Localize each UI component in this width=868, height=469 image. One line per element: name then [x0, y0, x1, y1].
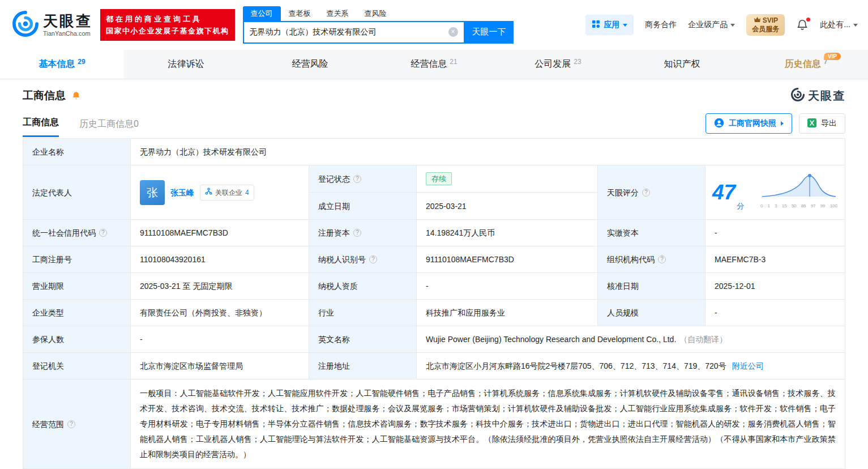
search-tab-risk[interactable]: 查风险 — [357, 6, 395, 21]
user-name: 此处有... — [820, 20, 850, 30]
chevron-right-icon — [781, 121, 784, 126]
apps-grid-icon — [592, 20, 600, 30]
tab-company-development[interactable]: 公司发展23 — [496, 50, 620, 79]
header-nav: 应用 商务合作 企业级产品 SVIP 会员服务 此处有... — [585, 14, 858, 36]
table-row-company-type: 企业类型 有限责任公司（外商投资、非独资） 行业 科技推广和应用服务业 人员规模… — [23, 300, 845, 326]
nearby-companies-link[interactable]: 附近公司 — [732, 360, 764, 372]
search-input[interactable] — [250, 28, 448, 37]
field-label-address: 注册地址 — [309, 353, 417, 379]
user-account-menu[interactable]: 此处有... — [820, 20, 858, 30]
field-label-reg-no: 工商注册号 — [23, 246, 131, 272]
table-row-credit-code: 统一社会信用代码 91110108MAEFMC7B3D 注册资本 14.1982… — [23, 220, 845, 246]
field-label-business-term: 营业期限 — [23, 273, 131, 299]
section-title: 工商信息 — [23, 88, 66, 103]
field-label-insured-num: 参保人数 — [23, 326, 131, 352]
svip-title: SVIP — [763, 16, 778, 25]
tab-basic-info[interactable]: 基本信息29 — [0, 50, 124, 79]
search-area: 查公司 查老板 查关系 查风险 天眼一下 — [243, 7, 514, 44]
company-name-value: 无界动力（北京）技术研发有限公司 — [131, 139, 845, 165]
search-tab-relation[interactable]: 查关系 — [319, 6, 357, 21]
insured-num-value: - — [131, 326, 309, 352]
excel-icon — [807, 118, 816, 129]
slogan-line1: 都在用的商业查询工具 — [106, 13, 229, 25]
vip-badge: VIP — [824, 53, 841, 60]
tab-operating-risk[interactable]: 经营风险 — [248, 50, 372, 79]
subtab-business-info[interactable]: 工商信息 — [23, 117, 59, 137]
reg-no-value: 110108043920161 — [131, 246, 309, 272]
field-label-legal-rep: 法定代表人 — [23, 165, 131, 219]
field-label-score: 天眼评分 — [598, 165, 705, 219]
export-button[interactable]: 导出 — [799, 113, 845, 134]
logo-en-text: TianYanCha.com — [43, 30, 92, 37]
apps-label: 应用 — [604, 20, 619, 30]
field-label-taxpayer-quality: 纳税人资质 — [309, 273, 417, 299]
table-row-establish-date: 成立日期 2025-03-21 — [309, 193, 598, 219]
score-distribution-chart: 0131550859799100 — [760, 173, 838, 212]
tab-legal-proceedings[interactable]: 法律诉讼 — [124, 50, 248, 79]
company-type-value: 有限责任公司（外商投资、非独资） — [131, 300, 309, 326]
help-icon[interactable] — [658, 255, 666, 263]
field-label-reg-authority: 登记机关 — [23, 353, 131, 379]
approve-date-value: 2025-12-01 — [705, 273, 845, 299]
search-button[interactable]: 天眼一下 — [465, 21, 514, 44]
company-section-tabs: 基本信息29 法律诉讼 经营风险 经营信息21 公司发展23 知识产权 历史信息… — [0, 50, 868, 79]
tab-history-info[interactable]: 历史信息7 VIP — [744, 50, 868, 79]
score-number: 47 — [712, 182, 736, 203]
search-tab-company[interactable]: 查公司 — [243, 6, 281, 21]
related-companies-tag[interactable]: 关联企业 4 — [200, 185, 254, 201]
table-row-reg-status: 登记状态 存续 — [309, 165, 598, 193]
business-info-table: 企业名称 无界动力（北京）技术研发有限公司 法定代表人 张 张玉峰 关联企业 4 — [23, 138, 845, 469]
clear-search-icon[interactable] — [448, 27, 458, 37]
avatar: 张 — [140, 180, 165, 205]
field-label-credit-code: 统一社会信用代码 — [23, 220, 131, 246]
reg-status-value: 存续 — [417, 165, 598, 192]
chevron-down-icon — [623, 24, 627, 27]
search-tab-boss[interactable]: 查老板 — [281, 6, 319, 21]
help-icon[interactable] — [369, 255, 377, 263]
table-row-legal-rep: 法定代表人 张 张玉峰 关联企业 4 登记状态 — [23, 165, 845, 220]
field-label-approve-date: 核准日期 — [598, 273, 705, 299]
help-icon[interactable] — [642, 189, 650, 197]
address-value: 北京市海淀区小月河东畔路16号院2号楼7层705、706、712、713、714… — [417, 353, 845, 379]
official-snapshot-button[interactable]: 工商官网快照 — [705, 113, 792, 134]
search-box[interactable] — [243, 21, 465, 44]
score-axis-ticks: 0131550859799100 — [760, 200, 838, 212]
chevron-down-icon — [853, 24, 858, 27]
watermark-swirl-icon — [791, 88, 805, 104]
table-row-business-scope: 经营范围 一般项目：人工智能基础软件开发；人工智能应用软件开发；人工智能硬件销售… — [23, 380, 845, 469]
svip-member-button[interactable]: SVIP 会员服务 — [746, 14, 785, 36]
help-icon[interactable] — [353, 175, 361, 183]
establish-date-value: 2025-03-21 — [417, 193, 598, 219]
table-row-business-term: 营业期限 2025-03-21 至 无固定期限 纳税人资质 - 核准日期 202… — [23, 273, 845, 300]
field-label-establish-date: 成立日期 — [309, 193, 417, 219]
subtab-history-business-info[interactable]: 历史工商信息0 — [79, 118, 139, 137]
table-row-company-name: 企业名称 无界动力（北京）技术研发有限公司 — [23, 139, 845, 165]
help-icon[interactable] — [353, 229, 361, 237]
search-row: 天眼一下 — [243, 21, 514, 44]
legal-rep-value: 张 张玉峰 关联企业 4 — [131, 165, 309, 219]
tab-operating-info[interactable]: 经营信息21 — [372, 50, 496, 79]
field-label-org-code: 组织机构代码 — [598, 246, 705, 272]
notification-bell-icon[interactable] — [796, 19, 809, 31]
status-badge: 存续 — [426, 172, 452, 185]
field-label-company-name: 企业名称 — [23, 139, 131, 165]
tianyan-score-value: 47 分 0131550859799100 — [705, 165, 845, 219]
apps-menu-button[interactable]: 应用 — [585, 15, 634, 35]
paid-capital-value: - — [705, 220, 845, 246]
tianyancha-logo[interactable]: 天眼查 TianYanCha.com — [12, 11, 92, 39]
industry-value: 科技推广和应用服务业 — [417, 300, 598, 326]
subtab-row: 工商信息 历史工商信息0 工商官网快照 导出 — [0, 112, 868, 137]
help-icon[interactable] — [99, 229, 107, 237]
subscribe-bell-icon[interactable] — [71, 91, 81, 101]
enterprise-products-link[interactable]: 企业级产品 — [688, 20, 735, 30]
slogan-line2: 国家中小企业发展子基金旗下机构 — [106, 25, 229, 37]
business-cooperation-link[interactable]: 商务合作 — [645, 20, 677, 30]
tianyancha-watermark: 天眼查 — [791, 88, 845, 104]
tab-intellectual-property[interactable]: 知识产权 — [620, 50, 744, 79]
field-label-industry: 行业 — [309, 300, 417, 326]
legal-rep-link[interactable]: 张玉峰 — [170, 186, 194, 199]
brand-slogan-badge: 都在用的商业查询工具 国家中小企业发展子基金旗下机构 — [100, 9, 235, 41]
field-label-reg-status: 登记状态 — [309, 165, 417, 192]
top-header: 天眼查 TianYanCha.com 都在用的商业查询工具 国家中小企业发展子基… — [0, 0, 868, 50]
help-icon[interactable] — [67, 420, 75, 428]
